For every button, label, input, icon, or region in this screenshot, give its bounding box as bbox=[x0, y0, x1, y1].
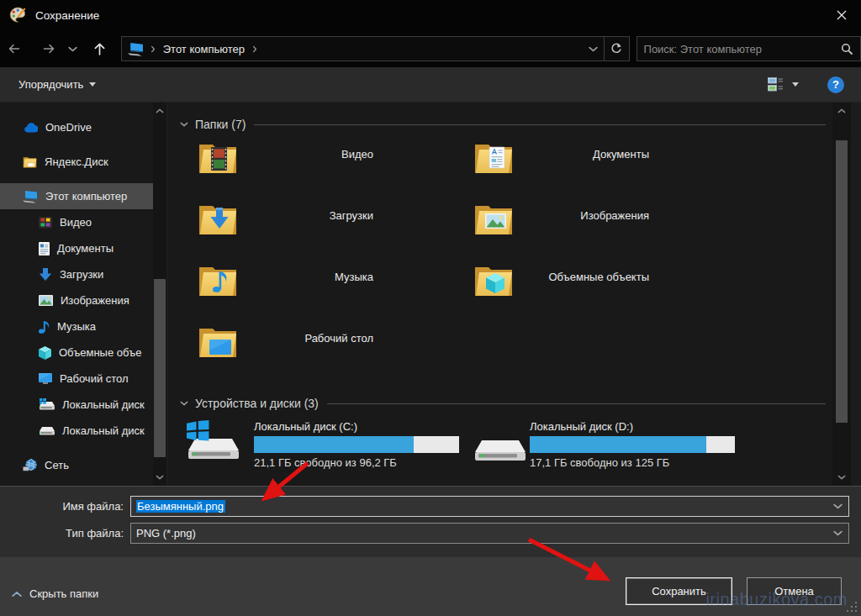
drive-c-details[interactable]: Локальный диск (C:) 21,1 ГБ свободно из … bbox=[254, 420, 473, 469]
collapse-chevron-icon[interactable] bbox=[180, 401, 188, 406]
address-dropdown-button[interactable] bbox=[584, 37, 604, 61]
recent-locations-button[interactable] bbox=[64, 36, 82, 61]
breadcrumb[interactable]: Этот компьютер bbox=[163, 43, 245, 55]
folder-label: Изображения bbox=[526, 201, 656, 236]
chevron-down-icon bbox=[589, 46, 598, 52]
videos-icon bbox=[39, 217, 52, 229]
folder-desktop[interactable]: Рабочий стол bbox=[198, 324, 458, 359]
navigation-bar: Этот компьютер Поиск: Этот компьютер bbox=[0, 30, 861, 67]
change-view-button[interactable] bbox=[768, 77, 799, 92]
pictures-folder-icon bbox=[473, 201, 514, 236]
chevron-down-icon[interactable] bbox=[833, 503, 843, 509]
caret-down-icon bbox=[89, 82, 96, 87]
drive-name: Локальный диск (D:) bbox=[530, 420, 748, 433]
sidebar-item-label: Рабочий стол bbox=[60, 372, 129, 385]
folders-group-header[interactable]: Папки (7) bbox=[180, 116, 826, 133]
sidebar-item-yandex-disk[interactable]: Яндекс.Диск bbox=[0, 149, 153, 175]
refresh-button[interactable] bbox=[604, 37, 629, 61]
filename-input[interactable]: Безымянный.png bbox=[130, 496, 849, 517]
sidebar-item-label: Документы bbox=[57, 242, 114, 255]
desktop-icon bbox=[39, 373, 52, 384]
sidebar-item-label: Изображения bbox=[61, 294, 129, 307]
content-scrollbar[interactable] bbox=[832, 103, 851, 486]
file-fields-panel: Имя файла: Безымянный.png Тип файла: PNG… bbox=[0, 486, 861, 557]
sidebar-item-label: Загрузки bbox=[60, 268, 103, 281]
sidebar-item-local-disk-d[interactable]: Локальный диск bbox=[0, 418, 153, 444]
chevron-down-icon[interactable] bbox=[833, 530, 843, 536]
forward-arrow-icon bbox=[42, 43, 56, 55]
scroll-down-icon[interactable] bbox=[153, 471, 166, 484]
drive-name: Локальный диск (C:) bbox=[254, 420, 473, 433]
up-button[interactable] bbox=[86, 36, 114, 61]
back-button[interactable] bbox=[0, 36, 29, 61]
sidebar-item-music[interactable]: Музыка bbox=[0, 313, 153, 340]
desktop-folder-icon bbox=[198, 324, 238, 359]
close-button[interactable] bbox=[822, 0, 861, 30]
folder-label: Рабочий стол bbox=[250, 324, 380, 359]
group-header-label: Устройства и диски (3) bbox=[195, 397, 319, 410]
scroll-up-icon[interactable] bbox=[153, 104, 166, 118]
pictures-icon bbox=[39, 295, 53, 306]
sidebar-item-downloads[interactable]: Загрузки bbox=[0, 261, 153, 287]
sidebar-item-pictures[interactable]: Изображения bbox=[0, 287, 153, 313]
sidebar-item-this-pc[interactable]: Этот компьютер bbox=[0, 183, 153, 209]
address-bar[interactable]: Этот компьютер bbox=[121, 36, 630, 61]
filename-row: Имя файла: Безымянный.png bbox=[0, 495, 861, 517]
3d-objects-folder-icon bbox=[473, 262, 514, 297]
forward-button[interactable] bbox=[35, 36, 64, 61]
scrollbar-thumb[interactable] bbox=[836, 140, 848, 423]
sidebar-item-documents[interactable]: Документы bbox=[0, 235, 153, 261]
sidebar-item-label: Этот компьютер bbox=[45, 190, 127, 203]
folder-downloads[interactable]: Загрузки bbox=[198, 201, 458, 236]
sidebar-item-videos[interactable]: Видео bbox=[0, 209, 153, 235]
scroll-down-icon[interactable] bbox=[832, 471, 851, 484]
back-arrow-icon bbox=[7, 43, 21, 55]
drive-d-details[interactable]: Локальный диск (D:) 17,1 ГБ свободно из … bbox=[530, 420, 748, 469]
scroll-up-icon[interactable] bbox=[832, 104, 851, 118]
sidebar-item-3d-objects[interactable]: Объемные объе bbox=[0, 340, 153, 366]
folder-label: Документы bbox=[526, 140, 656, 175]
scrollbar-thumb[interactable] bbox=[154, 279, 166, 457]
sidebar-scrollbar[interactable] bbox=[153, 103, 166, 486]
title-bar: Сохранение bbox=[0, 0, 861, 30]
filetype-select[interactable]: PNG (*.png) bbox=[130, 523, 849, 544]
folder-label: Видео bbox=[250, 140, 380, 175]
local-disk-c-icon bbox=[39, 398, 55, 411]
devices-group-header[interactable]: Устройства и диски (3) bbox=[180, 395, 826, 412]
drive-c-item[interactable] bbox=[183, 419, 242, 467]
this-pc-icon bbox=[23, 190, 38, 203]
chevron-down-icon bbox=[68, 46, 77, 52]
folder-music[interactable]: Музыка bbox=[198, 262, 458, 297]
up-arrow-icon bbox=[93, 42, 107, 56]
sidebar-item-desktop[interactable]: Рабочий стол bbox=[0, 366, 153, 392]
collapse-chevron-icon[interactable] bbox=[180, 122, 188, 127]
network-icon bbox=[23, 459, 37, 472]
3d-objects-icon bbox=[39, 346, 51, 360]
group-divider bbox=[327, 403, 826, 404]
sidebar-item-label: Объемные объе bbox=[59, 346, 141, 359]
sidebar-item-local-disk-c[interactable]: Локальный диск bbox=[0, 392, 153, 418]
downloads-icon bbox=[39, 268, 52, 281]
resize-grip[interactable] bbox=[847, 602, 858, 613]
toolbar-right-group: ? bbox=[768, 76, 861, 93]
folder-3d-objects[interactable]: Объемные объекты bbox=[473, 262, 734, 297]
group-divider bbox=[254, 124, 826, 125]
sidebar-item-network[interactable]: Сеть bbox=[0, 452, 153, 478]
folder-pictures[interactable]: Изображения bbox=[473, 201, 734, 236]
drive-d-item[interactable] bbox=[473, 432, 528, 467]
file-list-area: Папки (7) Видео bbox=[168, 103, 832, 486]
organize-button[interactable]: Упорядочить bbox=[18, 78, 96, 91]
folder-videos[interactable]: Видео bbox=[198, 140, 458, 175]
search-icon[interactable] bbox=[841, 43, 853, 55]
help-button[interactable]: ? bbox=[827, 76, 844, 93]
folder-label: Объемные объекты bbox=[526, 262, 656, 297]
dialog-footer: Скрыть папки Сохранить Отмена irinabuzik… bbox=[0, 557, 861, 616]
drive-usage-bar bbox=[530, 436, 735, 453]
hide-folders-button[interactable]: Скрыть папки bbox=[12, 587, 98, 600]
sidebar-item-label: Локальный диск bbox=[62, 424, 145, 437]
help-glyph: ? bbox=[832, 78, 839, 91]
sidebar-item-label: Яндекс.Диск bbox=[45, 155, 108, 168]
sidebar-item-onedrive[interactable]: OneDrive bbox=[0, 114, 153, 140]
folder-documents[interactable]: Документы bbox=[473, 140, 734, 175]
search-input[interactable]: Поиск: Этот компьютер bbox=[637, 36, 861, 61]
